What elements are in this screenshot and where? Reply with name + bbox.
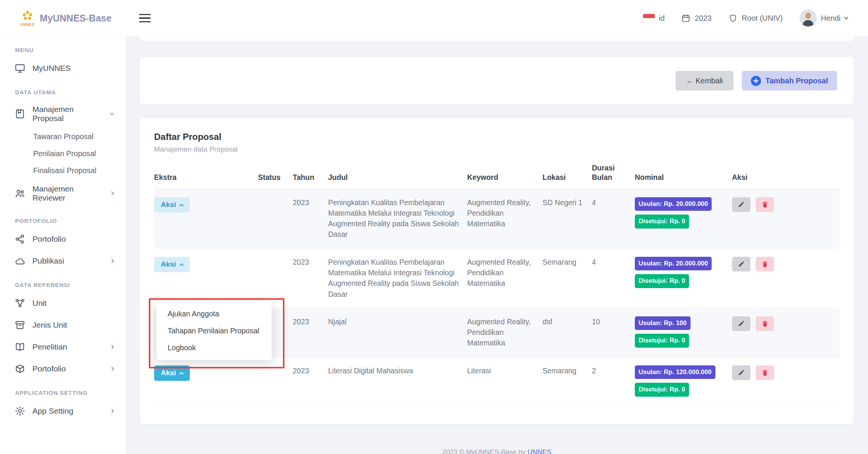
sidebar-item-manajemen-proposal[interactable]: Manajemen Proposal bbox=[0, 100, 125, 128]
cell-tahun: 2023 bbox=[293, 357, 328, 405]
caret-up-icon bbox=[179, 204, 183, 208]
chevron-right-icon bbox=[110, 345, 114, 349]
sidebar-item-label: Unit bbox=[32, 299, 46, 308]
row-actions-dropdown-button[interactable]: Aksi bbox=[154, 257, 190, 272]
menu-toggle-button[interactable] bbox=[136, 11, 154, 25]
caret-up-icon bbox=[179, 264, 183, 268]
cell-tahun: 2023 bbox=[293, 308, 328, 357]
sidebar-submenu-manajemen-proposal: Tawaran Proposal Penilaian Proposal Fina… bbox=[0, 128, 125, 179]
back-button[interactable]: ← Kembali bbox=[675, 71, 734, 90]
cloud-icon bbox=[14, 255, 26, 267]
sidebar-section-application-setting: APPLICATION SETTING bbox=[15, 390, 125, 396]
plus-circle-icon bbox=[751, 76, 761, 86]
cell-aksi bbox=[732, 357, 839, 405]
column-header-tahun: Tahun bbox=[293, 163, 328, 189]
sidebar-item-portofolio-referensi[interactable]: Portofolio bbox=[0, 358, 125, 380]
cell-status bbox=[258, 357, 293, 405]
delete-button[interactable] bbox=[756, 316, 774, 331]
disetujui-badge: Disetujui: Rp. 0 bbox=[635, 215, 689, 229]
usulan-badge: Usulan: Rp. 20.000.000 bbox=[635, 257, 712, 271]
edit-button[interactable] bbox=[732, 257, 750, 271]
row-actions-dropdown-button[interactable]: Aksi bbox=[154, 365, 190, 381]
cell-judul: Literasi Digital Mahasiswa bbox=[328, 357, 467, 405]
cell-judul: Njajal bbox=[328, 308, 467, 357]
row-actions-dropdown-button[interactable]: Aksi bbox=[154, 197, 190, 213]
edit-button[interactable] bbox=[732, 316, 750, 331]
cell-tahun: 2023 bbox=[293, 189, 328, 248]
disetujui-badge: Disetujui: Rp. 0 bbox=[635, 383, 689, 397]
column-header-nominal: Nominal bbox=[635, 163, 732, 189]
users-icon bbox=[14, 188, 26, 199]
sidebar-section-portofolio: PORTOFOLIO bbox=[15, 218, 125, 224]
sidebar-subitem-finalisasi-proposal[interactable]: Finalisasi Proposal bbox=[0, 162, 125, 179]
sidebar-item-app-setting[interactable]: App Setting bbox=[0, 400, 125, 422]
monitor-icon bbox=[14, 63, 26, 74]
sidebar-item-penelitian[interactable]: Penelitian bbox=[0, 336, 125, 358]
sidebar-item-label: Portofolio bbox=[32, 364, 66, 373]
column-header-status: Status bbox=[258, 163, 293, 189]
sidebar-item-portofolio[interactable]: Portofolio bbox=[0, 228, 125, 250]
cell-judul: Peningkatan Kualitas Pembelajaran Matema… bbox=[328, 189, 467, 248]
cell-tahun: 2023 bbox=[293, 248, 328, 308]
cell-ekstra: Aksi bbox=[154, 357, 258, 405]
sidebar-item-label: App Setting bbox=[32, 406, 73, 416]
sidebar-subitem-tawaran-proposal[interactable]: Tawaran Proposal bbox=[0, 128, 125, 145]
cell-ekstra: Aksi bbox=[154, 189, 258, 248]
user-name: Hendi bbox=[821, 14, 840, 23]
table-row: Aksi 2023 Peningkatan Kualitas Pembelaja… bbox=[154, 248, 839, 308]
usulan-badge: Usulan: Rp. 120.000.000 bbox=[635, 365, 715, 379]
sidebar-item-unit[interactable]: Unit bbox=[0, 292, 125, 314]
trash-icon bbox=[761, 320, 769, 327]
sidebar-item-label: Jenis Unit bbox=[32, 321, 67, 330]
cell-keyword: Literasi bbox=[467, 357, 542, 405]
row-actions-label: Aksi bbox=[161, 260, 176, 268]
sidebar-item-label: Manajemen Proposal bbox=[32, 105, 104, 123]
card-subtitle: Manajemen data Proposal bbox=[154, 145, 839, 153]
column-header-ekstra: Ekstra bbox=[154, 163, 258, 189]
brand-text: MyUNNES-Base bbox=[40, 13, 112, 24]
table-row: Aksi 2023 Literasi Digital Mahasiswa Lit… bbox=[154, 357, 839, 405]
chevron-down-icon bbox=[844, 15, 848, 19]
cell-lokasi: Semarang bbox=[542, 357, 592, 405]
delete-button[interactable] bbox=[756, 197, 774, 212]
trash-icon bbox=[761, 369, 769, 376]
edit-button[interactable] bbox=[732, 365, 750, 380]
menu-item-logbook[interactable]: Logbook bbox=[156, 339, 272, 356]
sidebar-item-jenis-unit[interactable]: Jenis Unit bbox=[0, 314, 125, 336]
sidebar-item-myunnes[interactable]: MyUNNES bbox=[0, 57, 125, 79]
disetujui-badge: Disetujui: Rp. 0 bbox=[635, 274, 689, 288]
actions-card: ← Kembali Tambah Proposal bbox=[140, 57, 854, 104]
sidebar-item-manajemen-reviewer[interactable]: Manajemen Reviewer bbox=[0, 179, 125, 208]
row-actions-label: Aksi bbox=[161, 201, 176, 209]
chevron-right-icon bbox=[110, 367, 114, 371]
pencil-icon bbox=[738, 369, 745, 376]
user-menu[interactable]: Hendi bbox=[799, 9, 848, 27]
sidebar-subitem-penilaian-proposal[interactable]: Penilaian Proposal bbox=[0, 145, 125, 162]
footer-link[interactable]: UNNES bbox=[527, 448, 551, 454]
role-selector[interactable]: Root (UNIV) bbox=[728, 14, 783, 23]
chevron-right-icon bbox=[110, 191, 114, 195]
delete-button[interactable] bbox=[756, 257, 774, 271]
brand[interactable]: UNNES MyUNNES-Base bbox=[0, 9, 125, 27]
row-actions-dropdown-menu: Ajukan Anggota Tahapan Penilaian Proposa… bbox=[156, 302, 272, 360]
cell-ekstra: Aksi bbox=[154, 248, 258, 308]
sidebar-section-data-utama: DATA UTAMA bbox=[15, 89, 125, 96]
book-icon bbox=[14, 341, 26, 353]
sidebar: MENU MyUNNES DATA UTAMA Manajemen Propos… bbox=[0, 36, 125, 454]
caret-up-icon bbox=[179, 372, 183, 376]
add-proposal-button[interactable]: Tambah Proposal bbox=[742, 71, 837, 90]
cell-judul: Peningkatan Kualitas Pembelajaran Matema… bbox=[328, 248, 467, 308]
delete-button[interactable] bbox=[756, 365, 774, 380]
cell-aksi bbox=[732, 308, 839, 357]
chevron-right-icon bbox=[110, 409, 114, 413]
usulan-badge: Usulan: Rp. 20.000.000 bbox=[635, 197, 712, 211]
table-header-row: Ekstra Status Tahun Judul Keyword Lokasi… bbox=[154, 163, 839, 189]
edit-button[interactable] bbox=[732, 197, 750, 212]
sidebar-item-publikasi[interactable]: Publikasi bbox=[0, 250, 125, 272]
menu-item-ajukan-anggota[interactable]: Ajukan Anggota bbox=[156, 305, 272, 322]
year-selector[interactable]: 2023 bbox=[681, 14, 712, 23]
menu-item-tahapan-penilaian-proposal[interactable]: Tahapan Penilaian Proposal bbox=[156, 322, 272, 339]
disetujui-badge: Disetujui: Rp. 0 bbox=[635, 334, 689, 348]
chevron-down-icon bbox=[110, 111, 114, 115]
language-selector[interactable]: id bbox=[643, 14, 665, 23]
